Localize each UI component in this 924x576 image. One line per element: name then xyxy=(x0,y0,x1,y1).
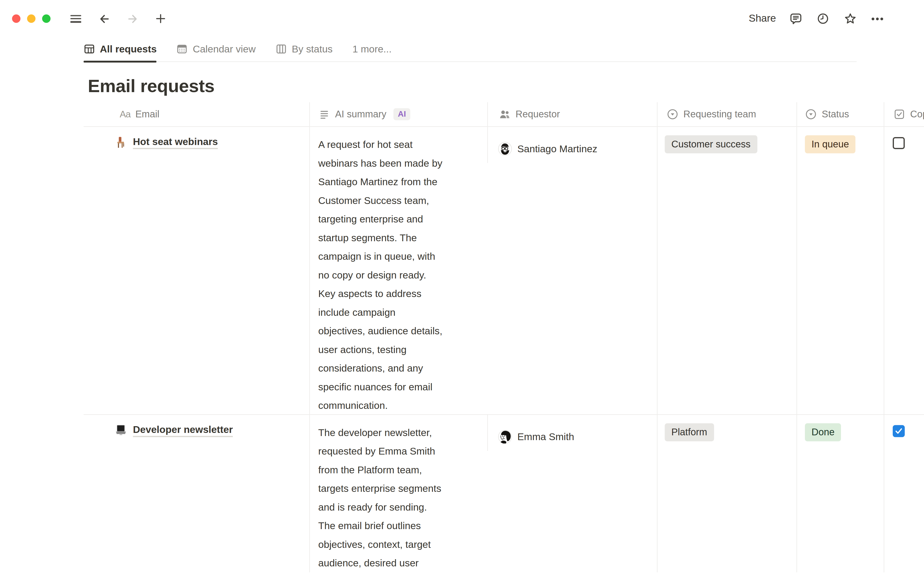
text-type-icon: Aa xyxy=(120,109,131,120)
table-row: Hot seat webinars A request for hot seat… xyxy=(84,127,924,415)
traffic-lights xyxy=(12,14,51,23)
email-requests-table: Aa Email AI summary AI Requestor xyxy=(0,102,924,563)
copy-cell xyxy=(884,415,924,573)
updates-clock-icon[interactable] xyxy=(816,11,830,26)
requesting-team-cell[interactable]: Customer success xyxy=(657,127,796,415)
tab-calendar-view[interactable]: Calendar view xyxy=(177,43,256,61)
email-cell[interactable]: Developer newsletter xyxy=(84,415,309,573)
email-cell[interactable]: Hot seat webinars xyxy=(84,127,309,415)
tab-by-status[interactable]: By status xyxy=(275,43,333,61)
chair-emoji-icon xyxy=(114,136,128,149)
status-tag: In queue xyxy=(805,135,856,154)
minimize-window-button[interactable] xyxy=(27,14,35,23)
back-arrow-icon[interactable] xyxy=(97,11,111,26)
requesting-team-cell[interactable]: Platform xyxy=(657,415,796,573)
column-header-copy[interactable]: Copy xyxy=(884,102,924,126)
status-cell[interactable]: In queue xyxy=(796,127,884,415)
requestor-name: Santiago Martinez xyxy=(517,143,597,155)
email-title-link[interactable]: Developer newsletter xyxy=(133,424,233,437)
requestor-cell[interactable]: Emma Smith xyxy=(487,415,657,451)
checkbox-icon xyxy=(894,108,905,120)
calendar-view-icon xyxy=(177,43,188,55)
status-cell[interactable]: Done xyxy=(796,415,884,573)
text-lines-icon xyxy=(319,109,330,120)
comments-icon[interactable] xyxy=(789,11,803,26)
email-title-link[interactable]: Hot seat webinars xyxy=(133,136,218,149)
copy-checkbox[interactable] xyxy=(893,425,905,437)
page-title: Email requests xyxy=(88,76,924,96)
table-view-icon xyxy=(84,43,95,55)
ai-summary-cell[interactable]: The developer newsletter, requested by E… xyxy=(309,415,487,573)
window-toolbar: Share xyxy=(0,0,924,37)
share-button[interactable]: Share xyxy=(749,13,776,25)
column-header-status[interactable]: Status xyxy=(796,102,884,126)
team-tag: Customer success xyxy=(665,135,757,154)
view-tabs-bar: All requests Calendar view By status 1 m… xyxy=(84,37,857,62)
requestor-cell[interactable]: Santiago Martinez xyxy=(487,127,657,163)
select-chevron-icon xyxy=(805,108,817,120)
team-tag: Platform xyxy=(665,423,714,441)
close-window-button[interactable] xyxy=(12,14,21,23)
select-chevron-icon xyxy=(666,108,679,120)
board-view-icon xyxy=(275,43,287,55)
table-header-row: Aa Email AI summary AI Requestor xyxy=(84,102,924,127)
column-header-requestor[interactable]: Requestor xyxy=(487,102,657,126)
copy-checkbox[interactable] xyxy=(893,137,905,149)
tab-all-requests[interactable]: All requests xyxy=(84,43,157,61)
favorite-star-icon[interactable] xyxy=(843,11,857,26)
status-tag: Done xyxy=(805,423,841,441)
more-ellipsis-icon[interactable] xyxy=(870,11,884,26)
tabs-more-button[interactable]: 1 more... xyxy=(352,43,392,61)
ai-summary-cell[interactable]: A request for hot seat webinars has been… xyxy=(309,127,487,415)
hamburger-menu-icon[interactable] xyxy=(69,11,83,26)
zoom-window-button[interactable] xyxy=(42,14,51,23)
column-header-ai-summary[interactable]: AI summary AI xyxy=(309,102,487,126)
requestor-name: Emma Smith xyxy=(517,431,574,443)
forward-arrow-icon[interactable] xyxy=(125,11,139,26)
app-window: Share All requests C xyxy=(0,0,924,576)
table-row: Developer newsletter The developer newsl… xyxy=(84,415,924,563)
avatar xyxy=(498,142,512,156)
ai-badge: AI xyxy=(394,108,410,120)
new-tab-plus-icon[interactable] xyxy=(154,11,168,26)
column-header-email[interactable]: Aa Email xyxy=(84,102,309,126)
column-header-requesting-team[interactable]: Requesting team xyxy=(657,102,796,126)
people-icon xyxy=(499,108,511,120)
avatar xyxy=(498,430,512,444)
copy-cell xyxy=(884,127,924,415)
laptop-emoji-icon xyxy=(114,424,128,437)
